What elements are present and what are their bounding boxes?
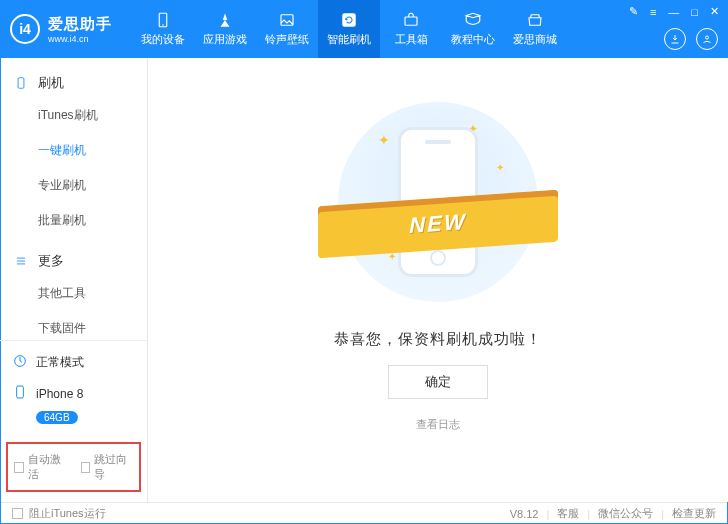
sidebar-group-label: 更多 [38, 252, 64, 270]
checkbox-icon [12, 508, 23, 519]
checkbox-icon [14, 462, 24, 473]
nav-label: 我的设备 [141, 32, 185, 47]
phone-icon [154, 11, 172, 29]
refresh-icon [340, 11, 358, 29]
sidebar-group-header-flash[interactable]: 刷机 [0, 68, 147, 98]
skip-guide-label: 跳过向导 [94, 452, 133, 482]
sidebar-group-more: 更多 其他工具 下载固件 高级功能 [0, 246, 147, 340]
mode-icon [12, 353, 28, 372]
phone-icon [14, 76, 28, 90]
ok-button[interactable]: 确定 [388, 365, 488, 399]
sidebar-item-itunes-flash[interactable]: iTunes刷机 [38, 98, 147, 133]
new-ribbon: NEW [318, 198, 558, 250]
auto-activate-label: 自动激活 [28, 452, 67, 482]
menu-icon[interactable]: ≡ [647, 5, 659, 19]
brand-logo-icon: i4 [10, 14, 40, 44]
list-icon [14, 254, 28, 268]
brand-title: 爱思助手 [48, 15, 112, 34]
shop-icon [526, 11, 544, 29]
svg-rect-4 [405, 17, 417, 25]
checkbox-icon [81, 462, 91, 473]
nav-mall[interactable]: 爱思商城 [504, 0, 566, 58]
sparkle-icon: ✦ [378, 132, 390, 148]
sidebar-group-flash: 刷机 iTunes刷机 一键刷机 专业刷机 批量刷机 [0, 68, 147, 238]
brand: i4 爱思助手 www.i4.cn [10, 14, 112, 44]
view-log-link[interactable]: 查看日志 [416, 417, 460, 432]
feedback-icon[interactable]: ✎ [626, 4, 641, 19]
support-link[interactable]: 客服 [557, 506, 579, 521]
brand-subtitle: www.i4.cn [48, 34, 112, 44]
book-icon [464, 11, 482, 29]
sidebar-item-download-firmware[interactable]: 下载固件 [38, 311, 147, 340]
sidebar: 刷机 iTunes刷机 一键刷机 专业刷机 批量刷机 更多 其他工具 下载固件 … [0, 58, 148, 502]
options-box: 自动激活 跳过向导 [6, 442, 141, 492]
close-button[interactable]: ✕ [707, 4, 722, 19]
device-mode-label: 正常模式 [36, 354, 84, 371]
block-itunes-checkbox[interactable]: 阻止iTunes运行 [12, 506, 106, 521]
svg-point-1 [162, 24, 164, 26]
svg-point-5 [706, 36, 709, 39]
nav-label: 爱思商城 [513, 32, 557, 47]
nav-label: 工具箱 [395, 32, 428, 47]
sidebar-group-header-more[interactable]: 更多 [0, 246, 147, 276]
wechat-link[interactable]: 微信公众号 [598, 506, 653, 521]
sidebar-item-batch-flash[interactable]: 批量刷机 [38, 203, 147, 238]
device-mode-row[interactable]: 正常模式 [12, 351, 135, 374]
svg-rect-8 [17, 386, 24, 398]
user-button[interactable] [696, 28, 718, 50]
toolbox-icon [402, 11, 420, 29]
image-icon [278, 11, 296, 29]
nav-ringtones[interactable]: 铃声壁纸 [256, 0, 318, 58]
footer: 阻止iTunes运行 V8.12 | 客服 | 微信公众号 | 检查更新 [0, 502, 728, 524]
download-button[interactable] [664, 28, 686, 50]
skip-guide-checkbox[interactable]: 跳过向导 [81, 452, 134, 482]
success-message: 恭喜您，保资料刷机成功啦！ [334, 330, 542, 349]
maximize-button[interactable]: □ [688, 5, 701, 19]
ribbon-text: NEW [409, 209, 466, 239]
nav-label: 应用游戏 [203, 32, 247, 47]
top-nav: 我的设备 应用游戏 铃声壁纸 智能刷机 工具箱 教程中心 爱思商城 [132, 0, 566, 58]
sidebar-group-label: 刷机 [38, 74, 64, 92]
sparkle-icon: ✦ [496, 162, 504, 173]
auto-activate-checkbox[interactable]: 自动激活 [14, 452, 67, 482]
header-actions [664, 28, 718, 50]
main-content: ✦ ✦ ✦ ✦ NEW 恭喜您，保资料刷机成功啦！ 确定 查看日志 [148, 58, 728, 502]
apps-icon [216, 11, 234, 29]
nav-label: 教程中心 [451, 32, 495, 47]
version-label: V8.12 [510, 508, 539, 520]
footer-right: V8.12 | 客服 | 微信公众号 | 检查更新 [510, 506, 716, 521]
device-name-row[interactable]: iPhone 8 [12, 382, 135, 405]
device-storage-badge: 64GB [36, 411, 78, 424]
window-controls: ✎ ≡ — □ ✕ [626, 4, 722, 19]
nav-tutorials[interactable]: 教程中心 [442, 0, 504, 58]
sidebar-item-pro-flash[interactable]: 专业刷机 [38, 168, 147, 203]
minimize-button[interactable]: — [665, 5, 682, 19]
nav-apps[interactable]: 应用游戏 [194, 0, 256, 58]
sidebar-item-oneclick-flash[interactable]: 一键刷机 [38, 133, 147, 168]
header: i4 爱思助手 www.i4.cn 我的设备 应用游戏 铃声壁纸 智能刷机 工具… [0, 0, 728, 58]
sidebar-item-other-tools[interactable]: 其他工具 [38, 276, 147, 311]
phone-icon [12, 384, 28, 403]
body: 刷机 iTunes刷机 一键刷机 专业刷机 批量刷机 更多 其他工具 下载固件 … [0, 58, 728, 502]
nav-flash[interactable]: 智能刷机 [318, 0, 380, 58]
nav-label: 铃声壁纸 [265, 32, 309, 47]
check-update-link[interactable]: 检查更新 [672, 506, 716, 521]
svg-rect-6 [18, 78, 24, 89]
nav-device[interactable]: 我的设备 [132, 0, 194, 58]
block-itunes-label: 阻止iTunes运行 [29, 506, 106, 521]
device-name-label: iPhone 8 [36, 387, 83, 401]
nav-tools[interactable]: 工具箱 [380, 0, 442, 58]
device-panel: 正常模式 iPhone 8 64GB [0, 340, 147, 434]
nav-label: 智能刷机 [327, 32, 371, 47]
success-illustration: ✦ ✦ ✦ ✦ NEW [338, 102, 538, 302]
svg-rect-3 [342, 13, 356, 27]
